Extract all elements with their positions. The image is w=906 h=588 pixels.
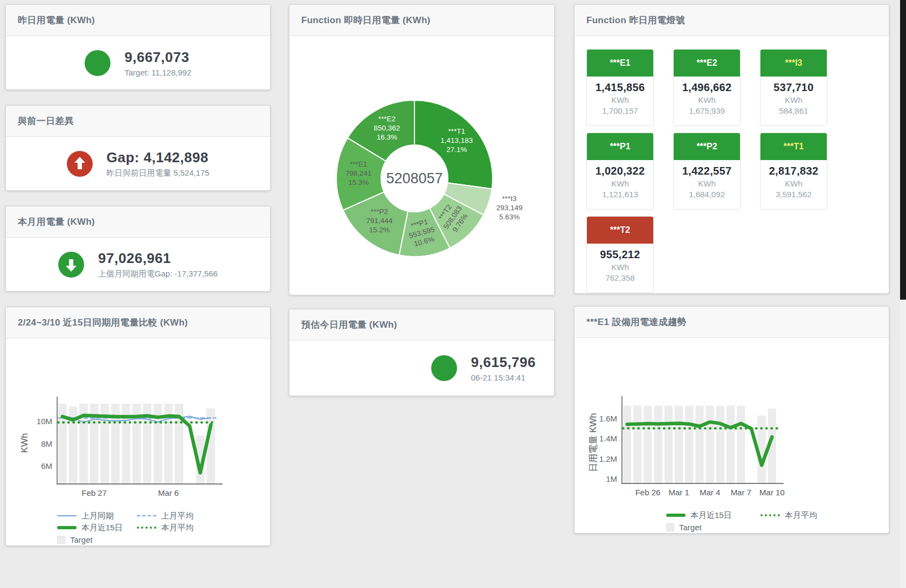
tile-target: 1,121,613 [588,190,652,199]
legend-item-Target[interactable]: Target [666,523,702,532]
tile-device-name: ***I3 [760,50,827,77]
tile-device-name: ***E1 [587,50,653,77]
card-title: Function 昨日用電燈號 [575,5,889,36]
x-tick-label: Mar 10 [759,488,785,497]
legend-item-本月近15日[interactable]: 本月近15日 [57,523,137,533]
realtime-usage-donut-chart: ***T11,413,18327.1%***I3293,1495.63%***T… [289,39,554,293]
compare-line-chart: 6M8M10MFeb 27Mar 6KWh [6,348,265,506]
kpi-value: 9,615,796 [471,354,536,371]
target-bar [716,406,724,483]
left-column: 昨日用電量 (KWh) 9,667,073 Target: 11,128,992… [5,4,271,561]
legend-marker-icon [57,536,65,544]
card-15day-compare-chart: 2/24~3/10 近15日同期用電量比較 (KWh) 6M8M10MFeb 2… [5,307,271,546]
tile-target: 584,861 [762,106,826,115]
target-bar [623,406,631,483]
middle-column: Function 即時日用電量 (KWh) ***T11,413,18327.1… [289,4,555,561]
legend-item-上月同期[interactable]: 上月同期 [57,511,137,521]
e1-trend-line-chart: 1M1.2M1.4M1.6MFeb 26Mar 1Mar 4Mar 7Mar 1… [575,348,876,505]
tile-device-name: ***P2 [674,133,740,160]
tile-unit: KWh [675,179,739,188]
kpi-body: 9,667,073 Target: 11,128,992 [6,36,270,89]
legend-label: 本月近15日 [81,523,123,533]
legend-item-Target[interactable]: Target [57,535,93,544]
y-tick-label: 8M [41,439,52,448]
scrollbar-thumb[interactable] [900,0,906,300]
tile-value: 955,212 [588,248,652,261]
x-tick-label: Mar 4 [700,488,720,497]
target-bar [737,406,745,483]
legend-label: 本月平均 [161,523,193,533]
target-bar [706,406,714,483]
card-yesterday-lights: Function 昨日用電燈號 ***E11,415,856KWh1,700,1… [574,4,889,294]
pie-label: ***I3293,1495.63% [496,195,523,221]
device-tile: ***I3537,710KWh584,861 [760,49,827,126]
y-axis-title: 日用電量 KWh [588,413,598,472]
tile-unit: KWh [675,95,739,105]
card-title: 昨日用電量 (KWh) [6,5,270,36]
scrollbar[interactable] [900,0,906,588]
target-bar [665,406,673,483]
tile-target: 762,358 [588,273,652,282]
tile-unit: KWh [762,179,826,188]
legend-label: 本月平均 [785,510,817,521]
y-tick-label: 1.2M [599,454,617,464]
chart-legend: 上月同期上月平均本月近15日本月平均Target [57,510,270,545]
card-estimate-today: 預估今日用電量 (KWh) 9,615,796 06-21 15:34:41 [289,309,555,396]
target-bar [695,406,703,483]
device-tile: ***T2955,212KWh762,358 [586,216,654,293]
x-tick-label: Mar 6 [158,488,178,497]
tile-target: 1,700,157 [588,106,652,115]
target-bar [644,406,652,483]
legend-item-本月近15日[interactable]: 本月近15日 [666,510,760,521]
card-realtime-donut: Function 即時日用電量 (KWh) ***T11,413,18327.1… [289,4,555,295]
tile-value: 1,020,322 [588,165,652,177]
green-status-circle-icon [85,50,110,76]
legend-label: Target [70,535,93,544]
tile-device-name: ***E2 [674,50,740,77]
legend-marker-icon [137,515,156,516]
x-tick-label: Feb 27 [81,488,107,497]
y-tick-label: 1M [606,474,617,483]
card-title: 與前一日差異 [6,106,270,137]
green-down-arrow-icon [58,252,84,278]
x-tick-label: Feb 26 [635,488,661,497]
kpi-sub: 昨日與前日用電量 5,524,175 [107,168,210,178]
tile-unit: KWh [762,95,826,105]
kpi-sub: 上個月同期用電Gap: -17,377,566 [98,269,218,279]
tile-device-name: ***P1 [587,133,653,160]
legend-item-本月平均[interactable]: 本月平均 [760,510,817,521]
device-tile-grid: ***E11,415,856KWh1,700,157***E21,496,662… [575,36,889,293]
donut-center-total: 5208057 [386,170,442,186]
kpi-body: 9,615,796 06-21 15:34:41 [289,341,554,396]
green-status-circle-icon [431,355,457,381]
tile-unit: KWh [588,95,652,105]
device-tile: ***P21,422,557KWh1,684,092 [673,133,741,210]
legend-item-上月平均[interactable]: 上月平均 [137,511,193,521]
legend-marker-icon [760,514,780,516]
dashboard: 昨日用電量 (KWh) 9,667,073 Target: 11,128,992… [0,0,906,561]
right-column: Function 昨日用電燈號 ***E11,415,856KWh1,700,1… [574,4,889,561]
legend-label: 上月同期 [81,511,114,521]
target-bar [675,406,683,483]
device-tile: ***P11,020,322KWh1,121,613 [586,133,654,210]
tile-value: 1,415,856 [588,81,652,94]
legend-item-本月平均[interactable]: 本月平均 [137,523,193,533]
tile-device-name: ***T1 [760,133,827,160]
legend-label: 本月近15日 [690,510,732,521]
device-tile: ***E11,415,856KWh1,700,157 [586,49,654,126]
tile-target: 3,591,562 [762,190,826,199]
card-title: ***E1 設備用電達成趨勢 [575,307,889,338]
kpi-target: Target: 11,128,992 [125,68,191,77]
tile-value: 1,496,662 [675,81,739,94]
target-bar [633,406,641,483]
legend-marker-icon [57,515,77,516]
y-tick-label: 1.6M [599,414,617,423]
y-tick-label: 6M [41,461,52,471]
y-tick-label: 10M [37,417,52,426]
tile-target: 1,684,092 [675,190,739,199]
legend-marker-icon [57,526,77,529]
kpi-timestamp: 06-21 15:34:41 [471,373,536,382]
card-gap-previous-day: 與前一日差異 Gap: 4,142,898 昨日與前日用電量 5,524,175 [5,105,271,191]
target-bar [685,406,693,483]
tile-value: 537,710 [762,81,826,94]
